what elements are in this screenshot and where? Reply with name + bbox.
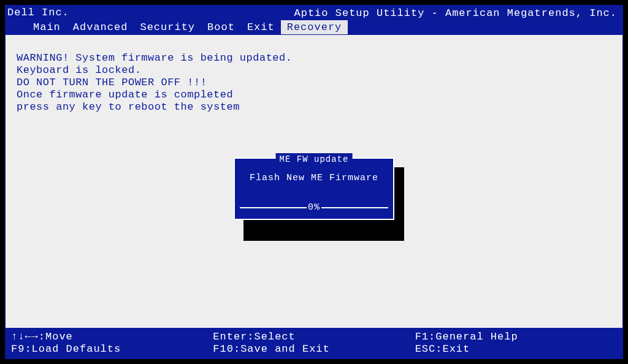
tab-main[interactable]: Main [27,20,67,34]
hint-save-exit: F10:Save and Exit [213,343,415,355]
warning-text: WARNING! System firmware is being update… [17,52,611,113]
firmware-dialog: ME FW update Flash New ME Firmware 0% [234,157,394,220]
progress-bar: 0% [240,197,388,208]
tab-exit[interactable]: Exit [241,20,281,34]
hint-select: Enter:Select [213,331,415,343]
footer: ↑↓←→:Move F9:Load Defaults Enter:Select … [5,328,623,359]
warning-line-4: Once firmware update is completed [17,89,611,101]
progress-percent: 0% [307,202,321,214]
footer-col-3: F1:General Help ESC:Exit [415,331,617,355]
dialog-title: ME FW update [276,153,353,165]
content-area: WARNING! System firmware is being update… [5,34,623,328]
hint-help: F1:General Help [415,331,617,343]
progress-line-left [240,207,307,208]
menubar: Aptio Setup Utility - American Megatrend… [5,20,623,34]
warning-line-3: DO NOT TURN THE POWER OFF !!! [17,77,611,89]
bios-screen: Dell Inc. Aptio Setup Utility - American… [5,5,623,359]
footer-col-1: ↑↓←→:Move F9:Load Defaults [11,331,213,355]
progress-line-right [321,207,388,208]
warning-line-2: Keyboard is locked. [17,64,611,77]
footer-col-2: Enter:Select F10:Save and Exit [213,331,415,355]
header: Dell Inc. Aptio Setup Utility - American… [5,5,623,34]
utility-title: Aptio Setup Utility - American Megatrend… [294,7,617,19]
hint-load-defaults: F9:Load Defaults [11,343,213,355]
warning-line-5: press any key to reboot the system [17,101,611,113]
dialog-body: Flash New ME Firmware [240,172,388,184]
tabs: Main Advanced Security Boot Exit Recover… [5,20,348,34]
dialog-wrapper: ME FW update Flash New ME Firmware 0% [234,157,394,220]
tab-recovery[interactable]: Recovery [281,20,348,34]
hint-move: ↑↓←→:Move [11,331,213,343]
hint-esc-exit: ESC:Exit [415,343,617,355]
tab-boot[interactable]: Boot [201,20,241,34]
tab-advanced[interactable]: Advanced [67,20,134,34]
warning-line-1: WARNING! System firmware is being update… [17,52,611,64]
tab-security[interactable]: Security [134,20,201,34]
